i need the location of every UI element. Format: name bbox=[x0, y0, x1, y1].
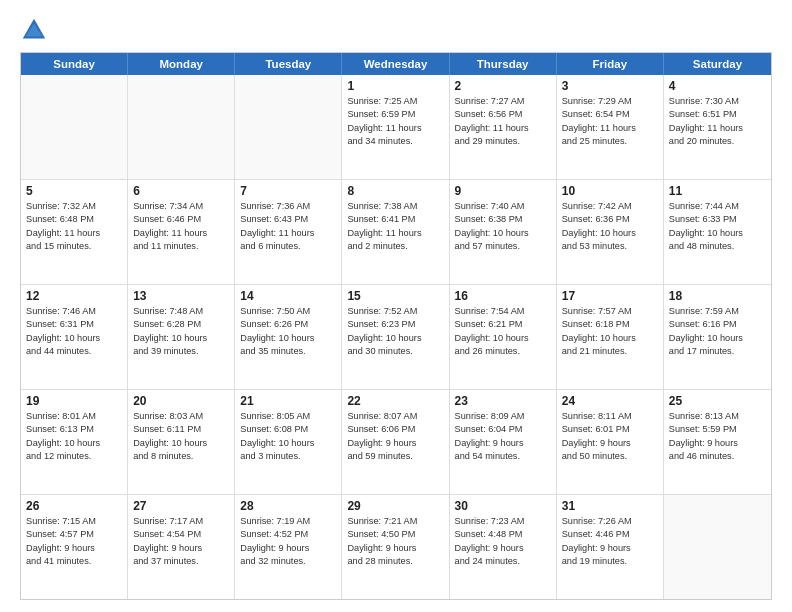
day-header-monday: Monday bbox=[128, 53, 235, 75]
day-cell-16: 16Sunrise: 7:54 AM Sunset: 6:21 PM Dayli… bbox=[450, 285, 557, 389]
day-details: Sunrise: 7:17 AM Sunset: 4:54 PM Dayligh… bbox=[133, 515, 229, 568]
day-cell-9: 9Sunrise: 7:40 AM Sunset: 6:38 PM Daylig… bbox=[450, 180, 557, 284]
day-cell-23: 23Sunrise: 8:09 AM Sunset: 6:04 PM Dayli… bbox=[450, 390, 557, 494]
day-number: 3 bbox=[562, 79, 658, 93]
day-details: Sunrise: 7:21 AM Sunset: 4:50 PM Dayligh… bbox=[347, 515, 443, 568]
day-number: 2 bbox=[455, 79, 551, 93]
day-cell-17: 17Sunrise: 7:57 AM Sunset: 6:18 PM Dayli… bbox=[557, 285, 664, 389]
day-number: 31 bbox=[562, 499, 658, 513]
day-number: 22 bbox=[347, 394, 443, 408]
day-details: Sunrise: 8:03 AM Sunset: 6:11 PM Dayligh… bbox=[133, 410, 229, 463]
day-details: Sunrise: 7:29 AM Sunset: 6:54 PM Dayligh… bbox=[562, 95, 658, 148]
day-details: Sunrise: 7:50 AM Sunset: 6:26 PM Dayligh… bbox=[240, 305, 336, 358]
day-number: 16 bbox=[455, 289, 551, 303]
calendar-week-3: 12Sunrise: 7:46 AM Sunset: 6:31 PM Dayli… bbox=[21, 285, 771, 390]
day-number: 30 bbox=[455, 499, 551, 513]
day-cell-26: 26Sunrise: 7:15 AM Sunset: 4:57 PM Dayli… bbox=[21, 495, 128, 599]
empty-cell bbox=[664, 495, 771, 599]
day-cell-14: 14Sunrise: 7:50 AM Sunset: 6:26 PM Dayli… bbox=[235, 285, 342, 389]
logo bbox=[20, 16, 52, 44]
day-cell-15: 15Sunrise: 7:52 AM Sunset: 6:23 PM Dayli… bbox=[342, 285, 449, 389]
day-details: Sunrise: 7:30 AM Sunset: 6:51 PM Dayligh… bbox=[669, 95, 766, 148]
day-details: Sunrise: 7:32 AM Sunset: 6:48 PM Dayligh… bbox=[26, 200, 122, 253]
day-number: 4 bbox=[669, 79, 766, 93]
day-number: 25 bbox=[669, 394, 766, 408]
day-details: Sunrise: 7:19 AM Sunset: 4:52 PM Dayligh… bbox=[240, 515, 336, 568]
day-cell-5: 5Sunrise: 7:32 AM Sunset: 6:48 PM Daylig… bbox=[21, 180, 128, 284]
day-cell-3: 3Sunrise: 7:29 AM Sunset: 6:54 PM Daylig… bbox=[557, 75, 664, 179]
calendar-week-4: 19Sunrise: 8:01 AM Sunset: 6:13 PM Dayli… bbox=[21, 390, 771, 495]
day-details: Sunrise: 7:44 AM Sunset: 6:33 PM Dayligh… bbox=[669, 200, 766, 253]
day-details: Sunrise: 8:01 AM Sunset: 6:13 PM Dayligh… bbox=[26, 410, 122, 463]
day-number: 24 bbox=[562, 394, 658, 408]
day-cell-28: 28Sunrise: 7:19 AM Sunset: 4:52 PM Dayli… bbox=[235, 495, 342, 599]
day-header-friday: Friday bbox=[557, 53, 664, 75]
calendar-week-5: 26Sunrise: 7:15 AM Sunset: 4:57 PM Dayli… bbox=[21, 495, 771, 599]
day-header-wednesday: Wednesday bbox=[342, 53, 449, 75]
day-number: 20 bbox=[133, 394, 229, 408]
day-number: 29 bbox=[347, 499, 443, 513]
day-details: Sunrise: 7:27 AM Sunset: 6:56 PM Dayligh… bbox=[455, 95, 551, 148]
day-cell-30: 30Sunrise: 7:23 AM Sunset: 4:48 PM Dayli… bbox=[450, 495, 557, 599]
calendar-week-2: 5Sunrise: 7:32 AM Sunset: 6:48 PM Daylig… bbox=[21, 180, 771, 285]
day-header-sunday: Sunday bbox=[21, 53, 128, 75]
empty-cell bbox=[21, 75, 128, 179]
day-number: 21 bbox=[240, 394, 336, 408]
day-header-saturday: Saturday bbox=[664, 53, 771, 75]
day-number: 19 bbox=[26, 394, 122, 408]
calendar-header: SundayMondayTuesdayWednesdayThursdayFrid… bbox=[21, 53, 771, 75]
day-details: Sunrise: 7:52 AM Sunset: 6:23 PM Dayligh… bbox=[347, 305, 443, 358]
day-number: 1 bbox=[347, 79, 443, 93]
day-cell-21: 21Sunrise: 8:05 AM Sunset: 6:08 PM Dayli… bbox=[235, 390, 342, 494]
day-details: Sunrise: 7:59 AM Sunset: 6:16 PM Dayligh… bbox=[669, 305, 766, 358]
day-details: Sunrise: 8:13 AM Sunset: 5:59 PM Dayligh… bbox=[669, 410, 766, 463]
calendar-week-1: 1Sunrise: 7:25 AM Sunset: 6:59 PM Daylig… bbox=[21, 75, 771, 180]
day-details: Sunrise: 7:26 AM Sunset: 4:46 PM Dayligh… bbox=[562, 515, 658, 568]
day-number: 5 bbox=[26, 184, 122, 198]
day-number: 18 bbox=[669, 289, 766, 303]
day-number: 27 bbox=[133, 499, 229, 513]
empty-cell bbox=[235, 75, 342, 179]
day-cell-7: 7Sunrise: 7:36 AM Sunset: 6:43 PM Daylig… bbox=[235, 180, 342, 284]
day-number: 9 bbox=[455, 184, 551, 198]
day-cell-2: 2Sunrise: 7:27 AM Sunset: 6:56 PM Daylig… bbox=[450, 75, 557, 179]
day-cell-19: 19Sunrise: 8:01 AM Sunset: 6:13 PM Dayli… bbox=[21, 390, 128, 494]
day-number: 6 bbox=[133, 184, 229, 198]
day-details: Sunrise: 7:23 AM Sunset: 4:48 PM Dayligh… bbox=[455, 515, 551, 568]
day-cell-12: 12Sunrise: 7:46 AM Sunset: 6:31 PM Dayli… bbox=[21, 285, 128, 389]
day-number: 14 bbox=[240, 289, 336, 303]
day-details: Sunrise: 7:54 AM Sunset: 6:21 PM Dayligh… bbox=[455, 305, 551, 358]
day-cell-31: 31Sunrise: 7:26 AM Sunset: 4:46 PM Dayli… bbox=[557, 495, 664, 599]
day-details: Sunrise: 7:42 AM Sunset: 6:36 PM Dayligh… bbox=[562, 200, 658, 253]
day-details: Sunrise: 7:57 AM Sunset: 6:18 PM Dayligh… bbox=[562, 305, 658, 358]
header bbox=[20, 16, 772, 44]
day-cell-27: 27Sunrise: 7:17 AM Sunset: 4:54 PM Dayli… bbox=[128, 495, 235, 599]
day-cell-10: 10Sunrise: 7:42 AM Sunset: 6:36 PM Dayli… bbox=[557, 180, 664, 284]
empty-cell bbox=[128, 75, 235, 179]
day-number: 8 bbox=[347, 184, 443, 198]
day-cell-22: 22Sunrise: 8:07 AM Sunset: 6:06 PM Dayli… bbox=[342, 390, 449, 494]
day-number: 10 bbox=[562, 184, 658, 198]
day-cell-24: 24Sunrise: 8:11 AM Sunset: 6:01 PM Dayli… bbox=[557, 390, 664, 494]
day-number: 7 bbox=[240, 184, 336, 198]
day-details: Sunrise: 7:15 AM Sunset: 4:57 PM Dayligh… bbox=[26, 515, 122, 568]
day-cell-11: 11Sunrise: 7:44 AM Sunset: 6:33 PM Dayli… bbox=[664, 180, 771, 284]
day-cell-6: 6Sunrise: 7:34 AM Sunset: 6:46 PM Daylig… bbox=[128, 180, 235, 284]
day-number: 11 bbox=[669, 184, 766, 198]
day-number: 15 bbox=[347, 289, 443, 303]
day-details: Sunrise: 7:40 AM Sunset: 6:38 PM Dayligh… bbox=[455, 200, 551, 253]
day-number: 28 bbox=[240, 499, 336, 513]
day-cell-18: 18Sunrise: 7:59 AM Sunset: 6:16 PM Dayli… bbox=[664, 285, 771, 389]
day-details: Sunrise: 8:07 AM Sunset: 6:06 PM Dayligh… bbox=[347, 410, 443, 463]
day-details: Sunrise: 8:05 AM Sunset: 6:08 PM Dayligh… bbox=[240, 410, 336, 463]
day-header-thursday: Thursday bbox=[450, 53, 557, 75]
day-details: Sunrise: 7:25 AM Sunset: 6:59 PM Dayligh… bbox=[347, 95, 443, 148]
calendar: SundayMondayTuesdayWednesdayThursdayFrid… bbox=[20, 52, 772, 600]
day-header-tuesday: Tuesday bbox=[235, 53, 342, 75]
day-number: 13 bbox=[133, 289, 229, 303]
calendar-body: 1Sunrise: 7:25 AM Sunset: 6:59 PM Daylig… bbox=[21, 75, 771, 599]
day-number: 12 bbox=[26, 289, 122, 303]
logo-icon bbox=[20, 16, 48, 44]
day-details: Sunrise: 7:38 AM Sunset: 6:41 PM Dayligh… bbox=[347, 200, 443, 253]
day-details: Sunrise: 7:46 AM Sunset: 6:31 PM Dayligh… bbox=[26, 305, 122, 358]
